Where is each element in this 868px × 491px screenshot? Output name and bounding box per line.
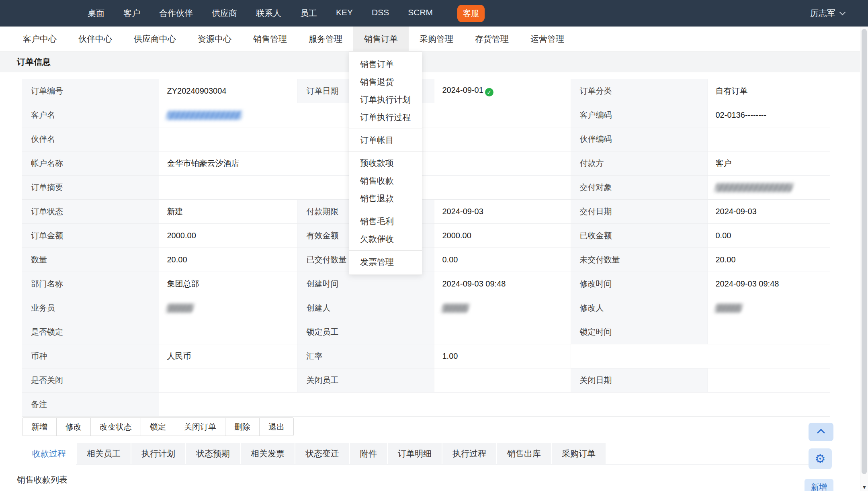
tab-active[interactable]: 收款过程 (22, 443, 76, 464)
field-value (159, 368, 297, 393)
field-value: 新建 (159, 200, 297, 224)
tab[interactable]: 附件 (350, 443, 387, 464)
mainnav-item[interactable]: 销售管理 (242, 27, 298, 51)
action-button[interactable]: 改变状态 (90, 417, 141, 436)
sales-order-dropdown: 销售订单销售退货订单执行计划订单执行过程订单帐目预收款项销售收款销售退款销售毛利… (349, 51, 422, 275)
mainnav-item[interactable]: 存货管理 (464, 27, 520, 51)
field-text: 付款期限 (307, 207, 339, 216)
field-label: 是否关闭 (22, 368, 159, 393)
add-button[interactable]: 新增 (805, 479, 833, 491)
tab[interactable]: 状态预期 (186, 443, 240, 464)
topnav-item[interactable]: KEY (336, 8, 353, 19)
field-label: 备注 (22, 393, 159, 417)
action-button[interactable]: 退出 (259, 417, 294, 436)
mainnav-item[interactable]: 运营管理 (520, 27, 575, 51)
menu-item[interactable]: 订单执行计划 (349, 91, 422, 108)
menu-item[interactable]: 订单执行过程 (349, 108, 422, 126)
field-label: 伙伴名 (22, 127, 159, 151)
field-text: 币种 (31, 352, 47, 360)
field-label: 修改时间 (571, 272, 707, 296)
menu-item[interactable]: 销售退款 (349, 190, 422, 207)
scrollbar-thumb[interactable] (862, 29, 867, 474)
field-value: 自有订单 (707, 79, 830, 103)
field-text: ZY20240903004 (167, 86, 227, 95)
support-badge[interactable]: 客服 (457, 5, 485, 22)
menu-item[interactable]: 预收款项 (349, 154, 422, 172)
action-button[interactable]: 关闭订单 (175, 417, 225, 436)
tab[interactable]: 状态变迁 (295, 443, 349, 464)
scrollbar[interactable]: ▼ (860, 27, 868, 491)
menu-item[interactable]: 欠款催收 (349, 230, 422, 248)
mainnav-item[interactable]: 资源中心 (187, 27, 242, 51)
menu-item[interactable]: 发票管理 (349, 253, 422, 271)
action-button-group: 新增修改改变状态锁定关闭订单删除退出 (22, 417, 868, 436)
mainnav-item[interactable]: 客户中心 (12, 27, 68, 51)
field-value: 2024-09-03 (434, 200, 571, 224)
field-label: 锁定时间 (571, 320, 707, 344)
tab[interactable]: 采购订单 (552, 443, 606, 464)
menu-group: 销售毛利欠款催收 (349, 210, 422, 250)
field-text: 订单摘要 (31, 183, 63, 192)
check-circle-icon: ✓ (485, 88, 493, 96)
field-value: 0.00 (707, 224, 830, 248)
field-label: 关闭员工 (297, 368, 434, 393)
field-value: 2000.00 (159, 224, 297, 248)
field-text: 伙伴名 (31, 135, 55, 143)
action-button[interactable]: 删除 (225, 417, 260, 436)
field-text: 客户名 (31, 110, 55, 119)
action-button[interactable]: 锁定 (141, 417, 175, 436)
field-text: 金华市铂豪云汐酒店 (167, 159, 240, 168)
field-value: 1.00 (434, 344, 571, 368)
tab[interactable]: 相关发票 (241, 443, 295, 464)
field-text: 是否关闭 (31, 376, 63, 385)
field-text: 锁定时间 (580, 327, 612, 336)
field-value (707, 127, 830, 151)
menu-item[interactable]: 订单帐目 (349, 131, 422, 149)
field-text: 部门名称 (31, 279, 63, 288)
table-row: 币种人民币汇率1.00 (22, 344, 830, 368)
field-value (571, 344, 830, 368)
scroll-down-icon[interactable]: ▼ (860, 484, 868, 490)
field-text: 2000.00 (167, 231, 196, 240)
tab[interactable]: 相关员工 (77, 443, 131, 464)
chevron-up-icon (817, 429, 825, 437)
field-text: 业务员 (31, 303, 55, 312)
user-menu[interactable]: 厉志军 (810, 8, 845, 19)
field-text: 伙伴编码 (580, 135, 612, 143)
tab[interactable]: 订单明细 (388, 443, 442, 464)
mainnav-item[interactable]: 采购管理 (409, 27, 464, 51)
menu-group: 订单帐目 (349, 129, 422, 151)
settings-button[interactable]: ⚙ (809, 448, 832, 469)
topnav-item[interactable]: 客户 (123, 8, 140, 19)
topnav-item[interactable]: 供应商 (212, 8, 237, 19)
topnav-item[interactable]: DSS (372, 8, 389, 19)
topnav-item[interactable]: 桌面 (88, 8, 104, 19)
table-row: 备注 (22, 393, 830, 417)
mainnav-item[interactable]: 供应商中心 (123, 27, 187, 51)
action-button[interactable]: 新增 (22, 417, 57, 436)
menu-item[interactable]: 销售毛利 (349, 213, 422, 230)
bottom-section: 销售收款列表 (17, 474, 868, 485)
mainnav-item[interactable]: 伙伴中心 (68, 27, 123, 51)
menu-group: 发票管理 (349, 250, 422, 273)
topnav-item[interactable]: 联系人 (256, 8, 281, 19)
tab[interactable]: 执行过程 (442, 443, 496, 464)
field-text: 2024-09-03 09:48 (716, 279, 779, 288)
topnav-item[interactable]: 合作伙伴 (159, 8, 193, 19)
menu-item[interactable]: 销售退货 (349, 73, 422, 91)
topnav-item[interactable]: 员工 (300, 8, 317, 19)
field-text: 关闭日期 (580, 376, 612, 385)
action-button[interactable]: 修改 (56, 417, 91, 436)
menu-item[interactable]: 销售订单 (349, 55, 422, 73)
menu-item[interactable]: 销售收款 (349, 172, 422, 190)
mainnav-item[interactable]: 服务管理 (298, 27, 353, 51)
field-label: 订单分类 (571, 79, 707, 103)
mainnav-item-active[interactable]: 销售订单 (353, 27, 409, 51)
field-value (159, 393, 830, 417)
tab[interactable]: 销售出库 (497, 443, 551, 464)
collapse-button[interactable] (809, 423, 833, 441)
topnav-item[interactable]: SCRM (408, 8, 433, 19)
field-text: 集团总部 (167, 279, 199, 288)
masked-text (166, 111, 242, 120)
tab[interactable]: 执行计划 (131, 443, 185, 464)
